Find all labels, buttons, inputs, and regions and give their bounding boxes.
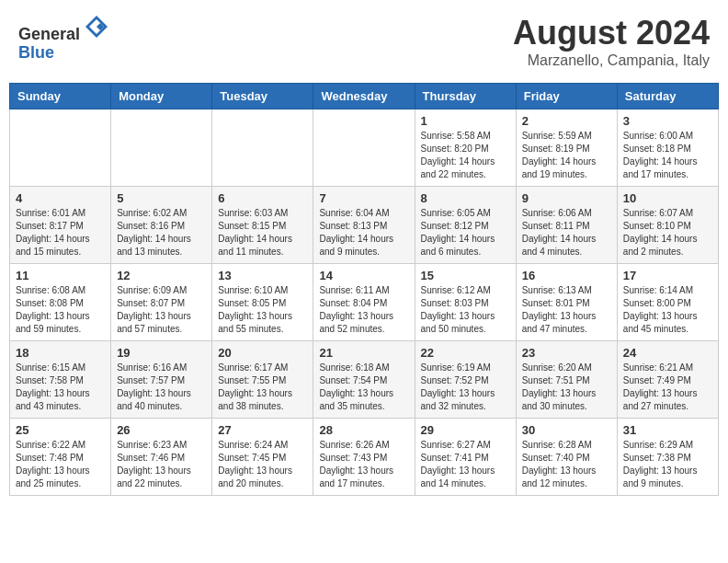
calendar-cell: 20Sunrise: 6:17 AM Sunset: 7:55 PM Dayli… bbox=[212, 341, 313, 419]
calendar-header-saturday: Saturday bbox=[617, 84, 718, 109]
calendar-cell: 18Sunrise: 6:15 AM Sunset: 7:58 PM Dayli… bbox=[10, 341, 111, 419]
day-number: 3 bbox=[623, 114, 712, 128]
day-info: Sunrise: 6:03 AM Sunset: 8:15 PM Dayligh… bbox=[218, 207, 307, 259]
title-block: August 2024 Marzanello, Campania, Italy bbox=[513, 14, 710, 69]
day-number: 31 bbox=[623, 423, 712, 437]
day-info: Sunrise: 6:15 AM Sunset: 7:58 PM Dayligh… bbox=[16, 362, 105, 413]
day-number: 1 bbox=[421, 114, 510, 128]
day-number: 30 bbox=[522, 423, 611, 437]
logo-general: General bbox=[18, 25, 80, 43]
calendar-cell: 3Sunrise: 6:00 AM Sunset: 8:18 PM Daylig… bbox=[617, 109, 718, 187]
day-info: Sunrise: 6:12 AM Sunset: 8:03 PM Dayligh… bbox=[421, 284, 510, 336]
calendar-cell: 10Sunrise: 6:07 AM Sunset: 8:10 PM Dayli… bbox=[617, 187, 718, 264]
calendar-cell: 29Sunrise: 6:27 AM Sunset: 7:41 PM Dayli… bbox=[415, 419, 516, 496]
calendar-cell: 4Sunrise: 6:01 AM Sunset: 8:17 PM Daylig… bbox=[10, 187, 111, 264]
day-number: 6 bbox=[218, 191, 307, 205]
calendar-header-monday: Monday bbox=[111, 84, 212, 109]
day-number: 23 bbox=[522, 346, 611, 360]
day-number: 29 bbox=[421, 423, 510, 437]
day-info: Sunrise: 6:18 AM Sunset: 7:54 PM Dayligh… bbox=[319, 362, 408, 413]
day-number: 16 bbox=[522, 269, 611, 282]
calendar-cell: 28Sunrise: 6:26 AM Sunset: 7:43 PM Dayli… bbox=[313, 419, 415, 496]
day-info: Sunrise: 6:20 AM Sunset: 7:51 PM Dayligh… bbox=[522, 362, 611, 413]
calendar-cell: 15Sunrise: 6:12 AM Sunset: 8:03 PM Dayli… bbox=[415, 264, 516, 341]
logo-text: General Blue bbox=[18, 14, 109, 63]
logo: General Blue bbox=[18, 14, 109, 63]
calendar-table: SundayMondayTuesdayWednesdayThursdayFrid… bbox=[9, 83, 719, 496]
day-info: Sunrise: 6:00 AM Sunset: 8:18 PM Dayligh… bbox=[623, 130, 712, 181]
day-info: Sunrise: 6:02 AM Sunset: 8:16 PM Dayligh… bbox=[117, 207, 206, 259]
calendar-cell bbox=[313, 109, 415, 187]
day-number: 8 bbox=[421, 191, 510, 205]
calendar-cell: 13Sunrise: 6:10 AM Sunset: 8:05 PM Dayli… bbox=[212, 264, 313, 341]
day-number: 27 bbox=[218, 423, 307, 437]
day-info: Sunrise: 6:21 AM Sunset: 7:49 PM Dayligh… bbox=[623, 362, 712, 413]
calendar-cell: 22Sunrise: 6:19 AM Sunset: 7:52 PM Dayli… bbox=[415, 341, 516, 419]
calendar-cell: 14Sunrise: 6:11 AM Sunset: 8:04 PM Dayli… bbox=[313, 264, 415, 341]
calendar-week-0: 1Sunrise: 5:58 AM Sunset: 8:20 PM Daylig… bbox=[10, 109, 719, 187]
day-number: 12 bbox=[117, 269, 206, 282]
day-number: 26 bbox=[117, 423, 206, 437]
day-number: 14 bbox=[319, 269, 408, 282]
day-info: Sunrise: 6:14 AM Sunset: 8:00 PM Dayligh… bbox=[623, 284, 712, 336]
day-number: 9 bbox=[522, 191, 611, 205]
day-number: 4 bbox=[16, 191, 105, 205]
calendar-cell: 19Sunrise: 6:16 AM Sunset: 7:57 PM Dayli… bbox=[111, 341, 212, 419]
day-info: Sunrise: 6:11 AM Sunset: 8:04 PM Dayligh… bbox=[319, 284, 408, 336]
day-number: 24 bbox=[623, 346, 712, 360]
day-number: 2 bbox=[522, 114, 611, 128]
day-info: Sunrise: 6:29 AM Sunset: 7:38 PM Dayligh… bbox=[623, 439, 712, 490]
calendar-body: 1Sunrise: 5:58 AM Sunset: 8:20 PM Daylig… bbox=[10, 109, 719, 496]
calendar-cell bbox=[111, 109, 212, 187]
day-info: Sunrise: 6:19 AM Sunset: 7:52 PM Dayligh… bbox=[421, 362, 510, 413]
calendar-cell: 24Sunrise: 6:21 AM Sunset: 7:49 PM Dayli… bbox=[617, 341, 718, 419]
calendar-header-tuesday: Tuesday bbox=[212, 84, 313, 109]
calendar-cell bbox=[212, 109, 313, 187]
day-number: 10 bbox=[623, 191, 712, 205]
day-number: 25 bbox=[16, 423, 105, 437]
calendar-header-wednesday: Wednesday bbox=[313, 84, 415, 109]
calendar-header-thursday: Thursday bbox=[415, 84, 516, 109]
calendar-cell: 31Sunrise: 6:29 AM Sunset: 7:38 PM Dayli… bbox=[617, 419, 718, 496]
day-info: Sunrise: 5:59 AM Sunset: 8:19 PM Dayligh… bbox=[522, 130, 611, 181]
day-info: Sunrise: 5:58 AM Sunset: 8:20 PM Dayligh… bbox=[421, 130, 510, 181]
calendar-cell bbox=[10, 109, 111, 187]
day-number: 28 bbox=[319, 423, 408, 437]
logo-blue: Blue bbox=[18, 43, 54, 62]
logo-icon bbox=[84, 14, 109, 40]
day-number: 19 bbox=[117, 346, 206, 360]
day-info: Sunrise: 6:06 AM Sunset: 8:11 PM Dayligh… bbox=[522, 207, 611, 259]
day-info: Sunrise: 6:27 AM Sunset: 7:41 PM Dayligh… bbox=[421, 439, 510, 490]
day-number: 17 bbox=[623, 269, 712, 282]
day-info: Sunrise: 6:01 AM Sunset: 8:17 PM Dayligh… bbox=[16, 207, 105, 259]
month-year: August 2024 bbox=[513, 14, 710, 52]
calendar-cell: 12Sunrise: 6:09 AM Sunset: 8:07 PM Dayli… bbox=[111, 264, 212, 341]
calendar-week-1: 4Sunrise: 6:01 AM Sunset: 8:17 PM Daylig… bbox=[10, 187, 719, 264]
day-number: 22 bbox=[421, 346, 510, 360]
day-info: Sunrise: 6:23 AM Sunset: 7:46 PM Dayligh… bbox=[117, 439, 206, 490]
day-number: 18 bbox=[16, 346, 105, 360]
calendar-cell: 8Sunrise: 6:05 AM Sunset: 8:12 PM Daylig… bbox=[415, 187, 516, 264]
calendar-cell: 30Sunrise: 6:28 AM Sunset: 7:40 PM Dayli… bbox=[516, 419, 617, 496]
day-info: Sunrise: 6:05 AM Sunset: 8:12 PM Dayligh… bbox=[421, 207, 510, 259]
day-info: Sunrise: 6:09 AM Sunset: 8:07 PM Dayligh… bbox=[117, 284, 206, 336]
calendar-cell: 26Sunrise: 6:23 AM Sunset: 7:46 PM Dayli… bbox=[111, 419, 212, 496]
day-info: Sunrise: 6:16 AM Sunset: 7:57 PM Dayligh… bbox=[117, 362, 206, 413]
calendar-header-sunday: Sunday bbox=[10, 84, 111, 109]
day-number: 5 bbox=[117, 191, 206, 205]
calendar-cell: 5Sunrise: 6:02 AM Sunset: 8:16 PM Daylig… bbox=[111, 187, 212, 264]
calendar-header-friday: Friday bbox=[516, 84, 617, 109]
calendar-cell: 17Sunrise: 6:14 AM Sunset: 8:00 PM Dayli… bbox=[617, 264, 718, 341]
calendar-week-2: 11Sunrise: 6:08 AM Sunset: 8:08 PM Dayli… bbox=[10, 264, 719, 341]
calendar-cell: 27Sunrise: 6:24 AM Sunset: 7:45 PM Dayli… bbox=[212, 419, 313, 496]
day-info: Sunrise: 6:24 AM Sunset: 7:45 PM Dayligh… bbox=[218, 439, 307, 490]
day-info: Sunrise: 6:28 AM Sunset: 7:40 PM Dayligh… bbox=[522, 439, 611, 490]
page-header: General Blue August 2024 Marzanello, Cam… bbox=[9, 9, 719, 74]
day-info: Sunrise: 6:10 AM Sunset: 8:05 PM Dayligh… bbox=[218, 284, 307, 336]
calendar-cell: 16Sunrise: 6:13 AM Sunset: 8:01 PM Dayli… bbox=[516, 264, 617, 341]
calendar-week-4: 25Sunrise: 6:22 AM Sunset: 7:48 PM Dayli… bbox=[10, 419, 719, 496]
calendar-cell: 2Sunrise: 5:59 AM Sunset: 8:19 PM Daylig… bbox=[516, 109, 617, 187]
calendar-cell: 21Sunrise: 6:18 AM Sunset: 7:54 PM Dayli… bbox=[313, 341, 415, 419]
calendar-header-row: SundayMondayTuesdayWednesdayThursdayFrid… bbox=[10, 84, 719, 109]
day-info: Sunrise: 6:22 AM Sunset: 7:48 PM Dayligh… bbox=[16, 439, 105, 490]
